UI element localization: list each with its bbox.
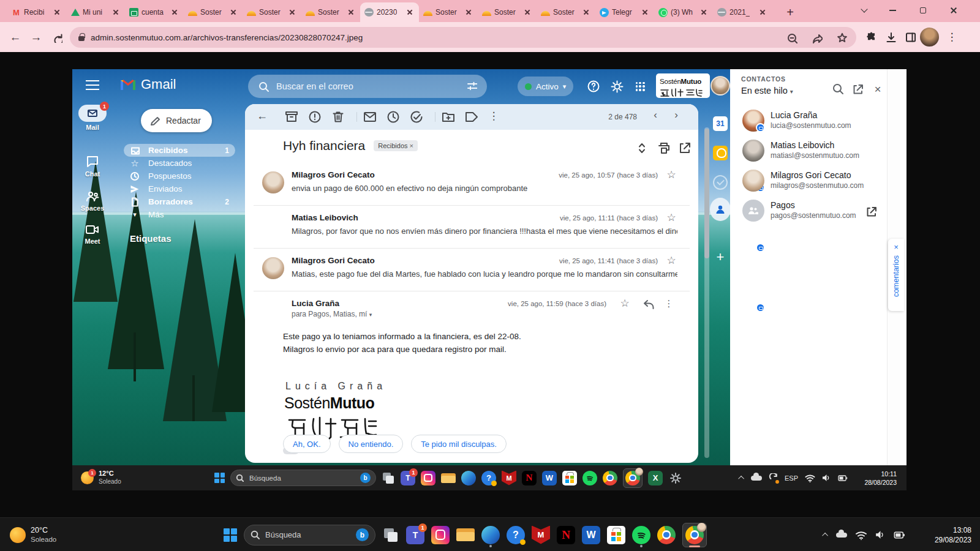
tab-whatsapp[interactable]: (3) Wh [654, 2, 713, 22]
contacts-panel-icon-active[interactable] [710, 199, 731, 220]
sidebar-item-recibidos[interactable]: Recibidos 1 [124, 144, 235, 157]
gmail-search-bar[interactable]: Buscar en el correo [248, 75, 487, 98]
extensions-puzzle-icon[interactable] [862, 28, 880, 45]
tab-drive[interactable]: Mi uni [66, 2, 125, 22]
tab-close-icon[interactable] [346, 7, 356, 17]
word-icon[interactable]: W [582, 526, 600, 544]
tab-close-icon[interactable] [758, 7, 767, 17]
forward-button[interactable]: → [26, 27, 47, 48]
weather-widget[interactable]: 20°CSoleado [10, 518, 56, 551]
rail-spaces[interactable]: Spaces [72, 189, 113, 212]
sender-avatar[interactable] [262, 171, 284, 193]
volume-icon[interactable] [822, 474, 831, 482]
chrome-icon[interactable] [657, 526, 676, 544]
tab-close-icon[interactable] [699, 7, 709, 17]
expand-all-icon[interactable] [635, 141, 648, 154]
sidebar-item-mas[interactable]: ▾ Más [124, 208, 235, 221]
instagram-icon[interactable] [421, 471, 435, 485]
print-icon[interactable] [657, 141, 670, 154]
smart-reply-button[interactable]: Ah, OK. [283, 435, 331, 453]
tray-expand-icon[interactable] [822, 533, 828, 539]
onedrive-icon[interactable] [836, 533, 847, 538]
report-spam-icon[interactable] [307, 110, 322, 124]
bookmark-star-icon[interactable] [836, 32, 848, 43]
recipients-line[interactable]: para Pagos, Matias, mí ▾ [292, 310, 372, 318]
tray-expand-icon[interactable] [738, 476, 744, 482]
sidebar-item-borradores[interactable]: Borradores 2 [124, 195, 235, 208]
back-arrow-icon[interactable]: ← [255, 110, 270, 124]
comments-side-tab[interactable]: × comentarios [888, 239, 904, 311]
pen-battery-icon[interactable] [838, 474, 848, 482]
tab-sosten-1[interactable]: Soster [184, 2, 243, 22]
start-button[interactable] [214, 473, 225, 483]
tab-telegram[interactable]: Telegr [595, 2, 654, 22]
contacts-filter-dropdown[interactable]: En este hilo ▾ [741, 86, 793, 96]
status-selector[interactable]: Activo ▾ [518, 77, 573, 96]
star-icon[interactable]: ☆ [665, 212, 677, 224]
window-close-button[interactable] [940, 0, 968, 21]
tab-close-icon[interactable] [581, 7, 591, 17]
gmail-menu-icon[interactable] [86, 80, 99, 90]
star-icon[interactable]: ☆ [665, 169, 677, 181]
excel-icon[interactable]: X [648, 471, 663, 485]
inner-search-box[interactable]: Búsqueda b [230, 470, 376, 486]
tab-close-icon[interactable] [640, 7, 650, 17]
instagram-icon[interactable] [431, 526, 450, 544]
side-panel-icon[interactable] [902, 28, 919, 45]
scrollbar[interactable] [704, 127, 709, 458]
contact-row[interactable]: Matias Leibovich matiasl@sostenmutuo.com [730, 137, 887, 167]
teams-icon[interactable]: T1 [406, 526, 424, 544]
add-to-tasks-icon[interactable] [409, 110, 424, 124]
window-minimize-button[interactable] [878, 0, 907, 21]
more-options-icon[interactable]: ⋮ [663, 298, 675, 310]
google-apps-grid-icon[interactable] [632, 78, 648, 94]
browser-profile-avatar[interactable] [920, 28, 939, 47]
reload-button[interactable] [47, 27, 67, 48]
onedrive-icon[interactable] [751, 476, 762, 481]
tab-close-icon[interactable] [52, 7, 62, 17]
contact-row[interactable]: Milagros Gori Cecato milagros@sostenmutu… [730, 167, 887, 197]
older-email-icon[interactable]: › [669, 109, 684, 121]
window-maximize-button[interactable] [909, 0, 937, 21]
netflix-icon[interactable]: N [522, 471, 537, 485]
tab-sosten-3[interactable]: Soster [301, 2, 360, 22]
newer-email-icon[interactable]: ‹ [648, 109, 663, 121]
get-addons-plus-icon[interactable]: + [710, 247, 731, 268]
back-button[interactable]: ← [5, 27, 26, 48]
tab-sheets[interactable]: cuenta [125, 2, 184, 22]
message-row[interactable]: Milagros Gori Cecato vie, 25 ago, 11:41 … [254, 249, 690, 291]
tab-close-icon[interactable] [287, 7, 297, 17]
chrome-active-window[interactable] [623, 468, 643, 488]
edge-icon[interactable] [481, 526, 500, 544]
get-help-icon[interactable]: ? [507, 526, 525, 544]
tab-search-button[interactable] [850, 0, 878, 21]
zoom-icon[interactable] [786, 32, 797, 43]
sync-icon[interactable] [769, 473, 778, 482]
share-icon[interactable] [811, 32, 823, 43]
sidebar-item-destacados[interactable]: ☆ Destacados [124, 157, 235, 170]
start-button[interactable] [224, 528, 237, 542]
open-in-new-icon[interactable] [677, 141, 691, 154]
ms-store-icon[interactable] [562, 471, 577, 485]
tab-close-icon[interactable] [111, 7, 121, 17]
contact-row[interactable]: Pagos pagos@sostenmutuo.com [730, 197, 887, 227]
smart-reply-button[interactable]: No entiendo. [339, 435, 404, 453]
archive-icon[interactable] [284, 110, 299, 124]
new-tab-button[interactable]: + [782, 4, 799, 21]
contacts-search-icon[interactable] [832, 83, 845, 96]
task-view-icon[interactable] [382, 527, 399, 544]
tab-sosten-4[interactable]: Soster [419, 2, 478, 22]
language-indicator[interactable]: ESP [785, 474, 798, 482]
word-icon[interactable]: W [542, 471, 557, 485]
edge-icon[interactable] [461, 471, 476, 485]
task-view-icon[interactable] [382, 471, 395, 485]
taskbar-clock[interactable]: 13:08 29/08/2023 [935, 525, 971, 545]
label-chip[interactable]: Recibidos × [374, 140, 418, 151]
settings-gear-icon[interactable] [668, 471, 683, 485]
rail-meet[interactable]: Meet [72, 223, 113, 245]
message-row[interactable]: Milagros Gori Cecato vie, 25 ago, 10:57 … [254, 163, 690, 206]
wifi-icon[interactable] [805, 474, 815, 482]
ms-store-icon[interactable] [607, 526, 625, 544]
browser-menu-icon[interactable]: ⋮ [943, 28, 960, 45]
tab-close-icon[interactable] [405, 7, 415, 17]
